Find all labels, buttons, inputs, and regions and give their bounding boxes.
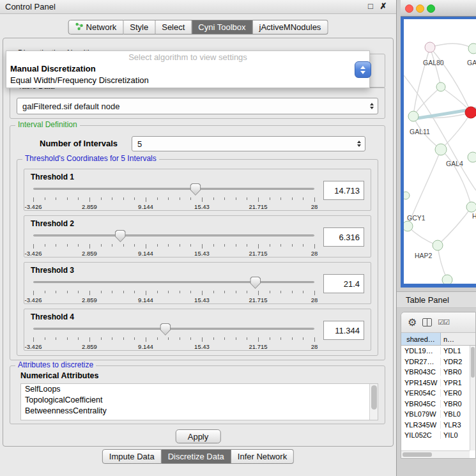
scrollbar-thumb[interactable] <box>371 385 377 410</box>
attributes-group-title: Attributes to discretize <box>15 360 96 369</box>
network-node[interactable] <box>408 111 418 121</box>
tab-infer-network[interactable]: Infer Network <box>231 449 294 464</box>
cell-name[interactable]: YDL1 <box>441 347 470 355</box>
cell-name[interactable]: YER0 <box>441 389 470 397</box>
network-node[interactable] <box>404 192 410 199</box>
scrollbar-thumb[interactable] <box>403 452 432 457</box>
gear-icon[interactable]: ⚙ <box>408 318 417 328</box>
table-data-select[interactable]: galFiltered.sif default node <box>17 98 378 114</box>
threshold-value-field[interactable]: 11.344 <box>323 321 364 340</box>
slider-thumb[interactable] <box>190 183 201 196</box>
tab-jactivemnodules[interactable]: jActiveMNodules <box>253 20 328 35</box>
network-node[interactable] <box>404 221 413 231</box>
network-node[interactable] <box>468 43 476 54</box>
network-node[interactable] <box>435 144 447 155</box>
network-node-selected[interactable] <box>465 107 476 118</box>
close-icon[interactable]: ✗ <box>378 1 388 11</box>
network-node[interactable] <box>425 42 435 52</box>
slider-scale-labels: -3.4262.8599.14415.4321.71528 <box>33 250 314 257</box>
slider-track[interactable] <box>33 188 314 190</box>
dropdown-option-equal-width-frequency-discretization[interactable]: Equal Width/Frequency Discretization <box>6 75 369 86</box>
node-label-hap2: HAP2 <box>415 252 433 259</box>
select-columns-icon[interactable]: ☑☑ <box>438 319 449 326</box>
column-header-shared-name[interactable]: shared… <box>401 333 441 345</box>
table-row[interactable]: YDR27…YDR2 <box>401 357 470 367</box>
slider-track[interactable] <box>33 234 314 236</box>
network-node[interactable] <box>468 152 476 162</box>
cell-shared-name[interactable]: YBL079W <box>401 410 441 418</box>
cell-name[interactable]: YBL0 <box>441 410 470 418</box>
attribute-item-topologicalcoefficient[interactable]: TopologicalCoefficient <box>21 395 378 406</box>
network-node[interactable] <box>433 240 443 250</box>
cell-name[interactable]: YBR0 <box>441 368 470 376</box>
table-vertical-scrollbar[interactable] <box>470 346 475 450</box>
network-window-titlebar[interactable] <box>401 0 476 17</box>
control-panel-titlebar[interactable]: Control Panel □ ✗ <box>0 0 396 14</box>
attributes-scrollbar[interactable] <box>369 384 378 420</box>
mac-zoom-icon[interactable] <box>427 4 435 13</box>
algorithm-select-stepper[interactable] <box>355 61 371 78</box>
bottom-tabs: Impute DataDiscretize DataInfer Network <box>102 449 294 464</box>
cell-shared-name[interactable]: YBR045C <box>401 400 441 408</box>
number-of-intervals-select[interactable]: 5 <box>132 136 365 151</box>
slider-thumb[interactable] <box>115 230 126 242</box>
mac-minimize-icon[interactable] <box>416 4 424 13</box>
table-columns-icon[interactable] <box>422 318 432 326</box>
cell-name[interactable]: YIL0 <box>441 431 470 439</box>
network-canvas[interactable]: GAL80GAGAL11GAL4GCY1HAP2H <box>404 19 476 284</box>
minimize-icon[interactable]: □ <box>365 1 376 11</box>
table-row[interactable]: YIL052CYIL0 <box>401 430 470 441</box>
slider-track[interactable] <box>33 328 314 330</box>
number-of-intervals-value: 5 <box>137 139 142 149</box>
table-row[interactable]: YLR345WYLR3 <box>401 420 470 431</box>
tab-network[interactable]: Network <box>68 20 124 35</box>
apply-button[interactable]: Apply <box>176 429 221 443</box>
threshold-slider-4[interactable]: -3.4262.8599.14415.4321.71528 <box>33 323 314 350</box>
cell-name[interactable]: YPR1 <box>441 379 470 387</box>
threshold-slider-1[interactable]: -3.4262.8599.14415.4321.71528 <box>33 183 314 210</box>
cell-name[interactable]: YBR0 <box>441 400 470 408</box>
threshold-value-field[interactable]: 14.713 <box>323 181 364 200</box>
threshold-slider-3[interactable]: -3.4262.8599.14415.4321.71528 <box>33 277 314 303</box>
tab-select[interactable]: Select <box>155 20 192 35</box>
table-panel-bar[interactable]: Table Panel <box>397 291 476 308</box>
threshold-row-4: Threshold 4-3.4262.8599.14415.4321.71528… <box>24 309 371 351</box>
table-horizontal-scrollbar[interactable] <box>401 450 470 458</box>
threshold-value-field[interactable]: 21.4 <box>323 274 364 293</box>
network-node[interactable] <box>466 202 476 212</box>
table-row[interactable]: YBR043CYBR0 <box>401 367 470 378</box>
tab-style[interactable]: Style <box>123 20 155 35</box>
cell-shared-name[interactable]: YDR27… <box>401 358 441 365</box>
cell-name[interactable]: YDR2 <box>441 358 470 365</box>
cell-shared-name[interactable]: YER054C <box>401 389 441 397</box>
numerical-attributes-list[interactable]: SelfLoopsTopologicalCoefficientBetweenne… <box>20 383 378 420</box>
network-node[interactable] <box>442 275 452 284</box>
mac-close-icon[interactable] <box>405 4 413 13</box>
cell-name[interactable]: YLR3 <box>441 421 470 429</box>
column-header-name[interactable]: n… <box>441 333 475 345</box>
cell-shared-name[interactable]: YLR345W <box>401 421 441 429</box>
cell-shared-name[interactable]: YIL052C <box>401 431 441 439</box>
attribute-item-selfloops[interactable]: SelfLoops <box>21 384 378 395</box>
cell-shared-name[interactable]: YBR043C <box>401 368 441 376</box>
network-node[interactable] <box>436 82 445 91</box>
table-row[interactable]: YPR145WYPR1 <box>401 378 470 388</box>
slider-thumb[interactable] <box>160 323 171 335</box>
dropdown-option-manual-discretization[interactable]: Manual Discretization <box>6 63 369 75</box>
attribute-item-betweennesscentrality[interactable]: BetweennessCentrality <box>21 406 378 417</box>
scrollbar-thumb[interactable] <box>471 347 475 378</box>
cell-shared-name[interactable]: YDL19… <box>401 347 441 355</box>
tab-discretize-data[interactable]: Discretize Data <box>162 449 231 464</box>
threshold-value-field[interactable]: 6.316 <box>323 227 364 247</box>
tab-cyni-toolbox[interactable]: Cyni Toolbox <box>192 20 252 35</box>
tab-label: Discretize Data <box>168 452 224 461</box>
cell-shared-name[interactable]: YPR145W <box>401 379 441 387</box>
tab-impute-data[interactable]: Impute Data <box>102 449 162 464</box>
table-row[interactable]: YBR045CYBR0 <box>401 399 470 410</box>
threshold-slider-2[interactable]: -3.4262.8599.14415.4321.71528 <box>33 230 314 257</box>
table-row[interactable]: YER054CYER0 <box>401 388 470 399</box>
table-row[interactable]: YBL079WYBL0 <box>401 409 470 420</box>
table-row[interactable]: YDL19…YDL1 <box>401 346 470 357</box>
slider-thumb[interactable] <box>250 277 261 289</box>
slider-track[interactable] <box>33 281 314 283</box>
